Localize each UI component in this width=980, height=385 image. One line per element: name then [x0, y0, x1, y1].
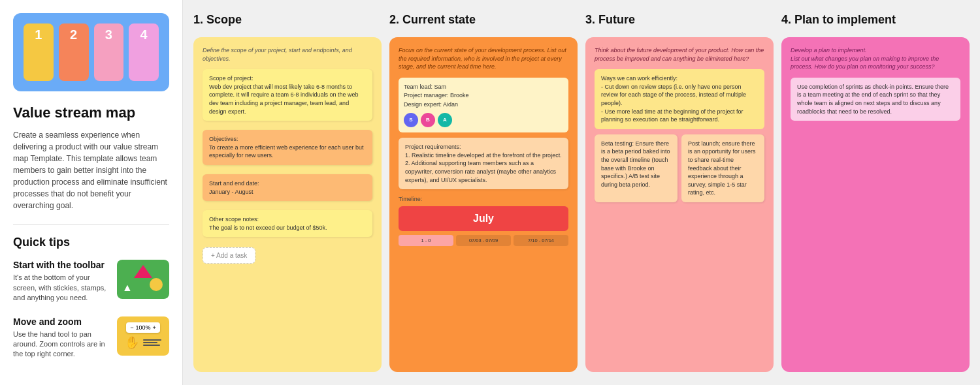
sidebar-divider — [13, 224, 169, 225]
future-body: Think about the future development of yo… — [585, 37, 774, 372]
future-title: Future — [598, 13, 635, 26]
add-task-button[interactable]: + Add a task — [203, 247, 255, 264]
triangle-icon — [134, 265, 152, 278]
scope-subtitle: Define the scope of your project, start … — [203, 46, 372, 63]
circle-icon — [150, 278, 163, 291]
future-beta-card: Beta testing: Ensure there is a beta per… — [595, 134, 678, 202]
plan-card-text: Use completion of sprints as check-in po… — [797, 84, 949, 115]
future-number: 3. — [585, 13, 595, 26]
scope-notes-text: Other scope notes: The goal is to not ex… — [209, 216, 327, 231]
scope-objectives-card: Objectives: To create a more efficient w… — [203, 130, 372, 165]
arrow-icon: ▲ — [122, 282, 133, 294]
tip-zoom-desc: Use the hand tool to pan around. Zoom co… — [13, 330, 109, 360]
scope-body: Define the scope of your project, start … — [193, 37, 382, 372]
requirements-card: Project requirements: 1. Realistic timel… — [399, 138, 568, 189]
section-current-state: 2. Current state Focus on the current st… — [389, 13, 578, 372]
preview-col-4-num: 4 — [140, 27, 148, 42]
plan-subtitle: Develop a plan to implement. List out wh… — [791, 46, 960, 71]
future-launch-card: Post launch; ensure there is an opportun… — [681, 134, 764, 202]
scope-dates-text: Start and end date: January - August — [209, 180, 259, 195]
preview-col-3: 3 — [94, 23, 124, 81]
section-plan: 4. Plan to implement Develop a plan to i… — [781, 13, 970, 372]
future-subtitle: Think about the future development of yo… — [595, 46, 764, 63]
scope-title: Scope — [206, 13, 242, 26]
timeline-label: Timeline: — [399, 196, 568, 202]
zoom-illustration: − 100% + ✋ — [117, 316, 169, 356]
plan-number: 4. — [781, 13, 791, 26]
tip-toolbar-title: Start with the toolbar — [13, 260, 109, 270]
week-chip-2: 7/10 - 07/14 — [514, 235, 568, 246]
zoom-line-1 — [143, 339, 161, 341]
scope-project-text: Scope of project: Web dev project that w… — [209, 75, 359, 114]
plan-body: Develop a plan to implement. List out wh… — [781, 37, 970, 372]
tip-toolbar-thumbnail: ▲ — [117, 260, 169, 299]
plan-card: Use completion of sprints as check-in po… — [791, 78, 960, 121]
future-top-text: Ways we can work efficiently: - Cut down… — [601, 75, 746, 123]
future-beta-text: Beta testing: Ensure there is a beta per… — [601, 140, 670, 188]
scope-notes-card: Other scope notes: The goal is to not ex… — [203, 210, 372, 237]
preview-col-2: 2 — [59, 23, 89, 81]
zoom-control: − 100% + — [126, 322, 160, 333]
tip-zoom: Move and zoom Use the hand tool to pan a… — [13, 316, 169, 360]
hand-icon: ✋ — [125, 335, 139, 350]
zoom-minus: − — [130, 324, 133, 331]
sidebar: 1 2 3 4 Value stream map Create a seamle… — [0, 0, 183, 385]
scope-number: 1. — [193, 13, 203, 26]
timeline-weeks: 1 - 0 07/03 - 07/09 7/10 - 07/14 — [399, 235, 568, 246]
scope-header: 1. Scope — [193, 13, 382, 27]
sidebar-description: Create a seamless experience when delive… — [13, 129, 169, 211]
avatar-1: S — [404, 113, 418, 127]
template-preview: 1 2 3 4 — [13, 13, 169, 91]
future-header: 3. Future — [585, 13, 774, 27]
avatars: S B A — [404, 113, 563, 127]
week-chip-0: 1 - 0 — [399, 235, 453, 246]
future-launch-text: Post launch; ensure there is an opportun… — [688, 140, 756, 196]
zoom-line-2 — [143, 342, 157, 343]
requirements-text: Project requirements: 1. Realistic timel… — [405, 144, 562, 183]
team-text: Team lead: Sam Project manager: Brooke D… — [404, 84, 469, 108]
zoom-value: 100% — [135, 324, 150, 331]
main-content: 1. Scope Define the scope of your projec… — [183, 0, 980, 385]
scope-project-card: Scope of project: Web dev project that w… — [203, 69, 372, 121]
plan-title: Plan to implement — [794, 13, 896, 26]
quick-tips-title: Quick tips — [13, 236, 169, 249]
future-bottom-cards: Beta testing: Ensure there is a beta per… — [595, 134, 764, 208]
tip-toolbar: Start with the toolbar It's at the botto… — [13, 260, 169, 303]
sidebar-title: Value stream map — [13, 104, 169, 121]
week-chip-1: 07/03 - 07/09 — [456, 235, 511, 246]
preview-col-3-num: 3 — [105, 27, 112, 42]
tip-zoom-title: Move and zoom — [13, 316, 109, 327]
preview-col-4: 4 — [129, 23, 159, 81]
scope-cards: Scope of project: Web dev project that w… — [203, 69, 372, 242]
preview-col-1-num: 1 — [35, 27, 42, 42]
scope-dates-card: Start and end date: January - August — [203, 174, 372, 201]
timeline-section: Timeline: July 1 - 0 07/03 - 07/09 7/10 … — [399, 196, 568, 246]
scope-objectives-text: Objectives: To create a more efficient w… — [209, 136, 363, 159]
current-state-body: Focus on the current state of your devel… — [389, 37, 578, 372]
preview-col-1: 1 — [24, 23, 54, 81]
current-state-header: 2. Current state — [389, 13, 578, 27]
timeline-month-bar: July — [399, 206, 568, 231]
preview-col-2-num: 2 — [70, 27, 77, 42]
tip-zoom-thumbnail: − 100% + ✋ — [117, 316, 169, 356]
tip-toolbar-desc: It's at the bottom of your screen, with … — [13, 273, 109, 303]
zoom-plus: + — [153, 324, 156, 331]
section-scope: 1. Scope Define the scope of your projec… — [193, 13, 382, 372]
tip-toolbar-header: Start with the toolbar It's at the botto… — [13, 260, 169, 303]
future-top-card: Ways we can work efficiently: - Cut down… — [595, 69, 764, 129]
section-future: 3. Future Think about the future develop… — [585, 13, 774, 372]
avatar-2: B — [421, 113, 435, 127]
plan-header: 4. Plan to implement — [781, 13, 970, 27]
current-state-title: Current state — [402, 13, 476, 26]
avatar-3: A — [438, 113, 452, 127]
zoom-lines — [143, 339, 161, 346]
tip-zoom-header: Move and zoom Use the hand tool to pan a… — [13, 316, 169, 360]
team-card: Team lead: Sam Project manager: Brooke D… — [399, 78, 568, 133]
zoom-line-3 — [143, 345, 160, 346]
current-state-number: 2. — [389, 13, 399, 26]
current-state-subtitle: Focus on the current state of your devel… — [399, 46, 568, 71]
